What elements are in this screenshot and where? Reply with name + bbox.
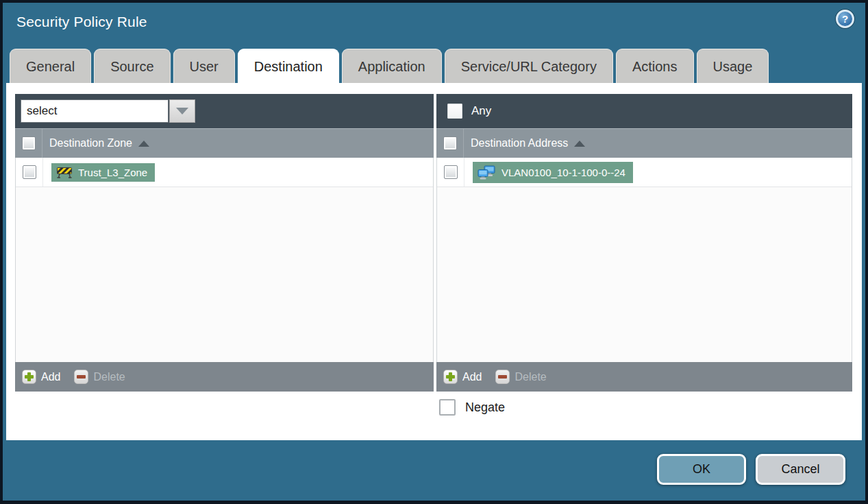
delete-minus-icon (495, 370, 510, 384)
sort-ascending-icon (574, 141, 585, 147)
zone-select-input[interactable] (21, 99, 169, 123)
address-column-title: Destination Address (471, 137, 568, 149)
zone-add-button[interactable]: Add (22, 370, 60, 384)
address-table-header: Destination Address (436, 128, 852, 158)
cancel-button[interactable]: Cancel (756, 454, 845, 485)
zone-delete-button[interactable]: Delete (74, 370, 125, 384)
tab-destination[interactable]: Destination (238, 49, 339, 83)
address-item-label: VLAN0100_10-1-100-0--24 (501, 167, 625, 178)
zone-barricade-icon (56, 167, 73, 178)
zone-select-all-checkbox[interactable] (22, 136, 36, 150)
help-icon[interactable]: ? (836, 10, 854, 28)
negate-row: Negate (439, 399, 505, 416)
chevron-down-icon (176, 108, 188, 115)
address-row-checkbox[interactable] (444, 165, 458, 179)
tab-strip: General Source User Destination Applicat… (10, 49, 769, 83)
tab-source[interactable]: Source (94, 49, 170, 83)
zone-select-dropdown-button[interactable] (169, 99, 195, 123)
address-select-all-checkbox[interactable] (443, 136, 457, 150)
add-plus-icon (443, 370, 458, 384)
any-bar: Any (436, 94, 852, 128)
table-row: Trust_L3_Zone (16, 158, 433, 187)
zone-item-label: Trust_L3_Zone (78, 167, 147, 178)
address-item-chip[interactable]: VLAN0100_10-1-100-0--24 (473, 162, 633, 183)
tab-general[interactable]: General (10, 49, 91, 83)
address-table-body: VLAN0100_10-1-100-0--24 (436, 158, 852, 362)
table-row: VLAN0100_10-1-100-0--24 (437, 158, 852, 187)
sort-ascending-icon (138, 141, 149, 147)
tab-actions[interactable]: Actions (616, 49, 694, 83)
zone-table-header: Destination Zone (15, 128, 434, 158)
ok-button[interactable]: OK (657, 454, 746, 485)
zone-select-bar (15, 94, 434, 128)
add-plus-icon (22, 370, 36, 384)
network-computers-icon (478, 165, 496, 180)
address-column-header[interactable]: Destination Address (471, 137, 585, 149)
any-checkbox[interactable] (447, 104, 462, 119)
negate-label: Negate (465, 400, 505, 415)
any-label: Any (471, 104, 491, 118)
destination-zone-panel: Destination Zone (15, 94, 434, 392)
zone-table-body: Trust_L3_Zone (15, 158, 434, 362)
zone-column-header[interactable]: Destination Zone (49, 137, 149, 149)
tab-application[interactable]: Application (342, 49, 442, 83)
delete-minus-icon (74, 370, 88, 384)
security-policy-rule-dialog: Security Policy Rule ? General Source Us… (3, 3, 865, 501)
destination-tab-content: Destination Zone (6, 83, 862, 440)
address-footer-bar: Add Delete (436, 362, 852, 392)
zone-item-chip[interactable]: Trust_L3_Zone (51, 163, 155, 182)
address-add-button[interactable]: Add (443, 370, 482, 384)
tab-service-url-category[interactable]: Service/URL Category (445, 49, 613, 83)
zone-footer-bar: Add Delete (15, 362, 434, 392)
zone-column-title: Destination Zone (49, 137, 132, 149)
dialog-title: Security Policy Rule (16, 14, 147, 30)
tab-user[interactable]: User (173, 49, 235, 83)
zone-row-checkbox[interactable] (23, 165, 36, 179)
tab-usage[interactable]: Usage (697, 49, 769, 83)
title-bar: Security Policy Rule ? (3, 3, 865, 46)
destination-address-panel: Any Destination Address (436, 94, 852, 392)
address-delete-button[interactable]: Delete (495, 370, 546, 384)
negate-checkbox[interactable] (439, 399, 456, 416)
